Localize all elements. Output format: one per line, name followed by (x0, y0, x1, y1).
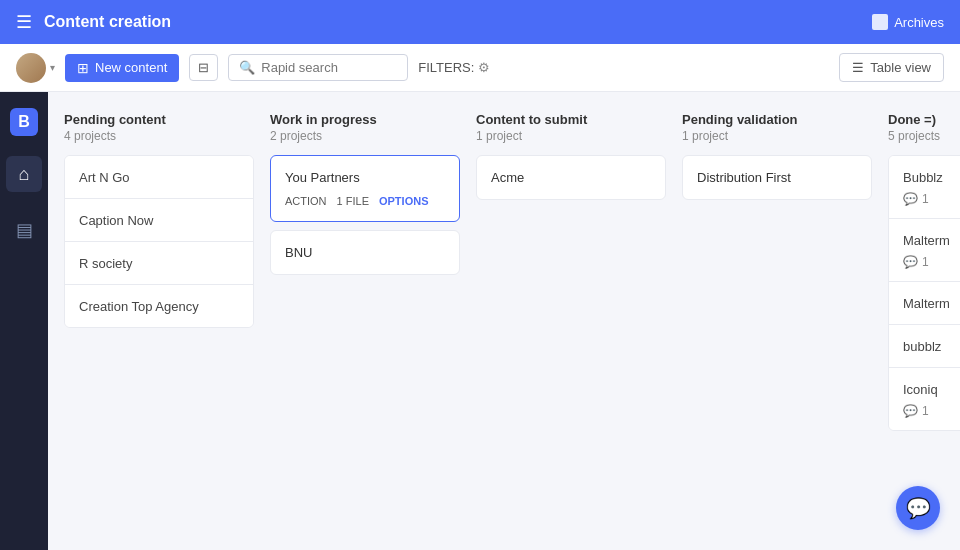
card-title-you-partners: You Partners (285, 170, 445, 185)
card-creation-top-agency[interactable]: Creation Top Agency (65, 285, 253, 327)
column-header-to-submit: Content to submit 1 project (476, 112, 666, 143)
card-malterm2[interactable]: Malterm (889, 282, 960, 325)
new-content-button[interactable]: ⊞ New content (65, 54, 179, 82)
sidebar-logo[interactable]: B (10, 108, 38, 136)
card-you-partners[interactable]: You Partners ACTION 1 FILE OPTIONS (270, 155, 460, 222)
card-title-iconiq: Iconiq (903, 382, 938, 397)
card-action-label[interactable]: ACTION (285, 195, 327, 207)
avatar-chevron-icon[interactable]: ▾ (50, 62, 55, 73)
comment-count-bubblz: 1 (922, 192, 929, 206)
card-options-label[interactable]: OPTIONS (379, 195, 429, 207)
column-count-done: 5 projects (888, 129, 960, 143)
subbar: ▾ ⊞ New content ⊟ 🔍 FILTERS: ⚙ ☰ Table v… (0, 44, 960, 92)
column-title-pending: Pending content (64, 112, 254, 127)
chat-fab-button[interactable]: 💬 (896, 486, 940, 530)
table-view-label: Table view (870, 60, 931, 75)
card-title-bnu: BNU (285, 245, 445, 260)
table-view-button[interactable]: ☰ Table view (839, 53, 944, 82)
main-area: B ⌂ ▤ Pending content 4 projects Art N G… (0, 92, 960, 550)
column-pending: Pending content 4 projects Art N Go Capt… (64, 112, 254, 530)
card-caption-now[interactable]: Caption Now (65, 199, 253, 242)
card-title-distribution-first: Distribution First (697, 170, 857, 185)
card-comment-malterm1: 💬 1 (903, 255, 960, 269)
comment-icon-malterm1: 💬 (903, 255, 918, 269)
column-wip: Work in progress 2 projects You Partners… (270, 112, 460, 530)
view-toggle-button[interactable]: ⊟ (189, 54, 218, 81)
card-title-r-society: R society (79, 256, 132, 271)
card-comment-bubblz: 💬 1 (903, 192, 960, 206)
card-title-creation-top-agency: Creation Top Agency (79, 299, 199, 314)
filters-label: FILTERS: ⚙ (418, 60, 490, 75)
archives-button[interactable]: Archives (872, 14, 944, 30)
sidebar-item-home[interactable]: ⌂ (6, 156, 42, 192)
card-title-malterm2: Malterm (903, 296, 950, 311)
sidebar-item-boards[interactable]: ▤ (6, 212, 42, 248)
comment-count-malterm1: 1 (922, 255, 929, 269)
column-done: Done =) 5 projects Bubblz 💬 1 Malterm 💬 … (888, 112, 960, 530)
chat-fab-icon: 💬 (906, 496, 931, 520)
page-title: Content creation (44, 13, 872, 31)
avatar[interactable] (16, 53, 46, 83)
menu-icon[interactable]: ☰ (16, 11, 32, 33)
comment-icon: 💬 (903, 192, 918, 206)
table-view-icon: ☰ (852, 60, 864, 75)
archives-icon (872, 14, 888, 30)
comment-count-iconiq: 1 (922, 404, 929, 418)
search-icon: 🔍 (239, 60, 255, 75)
pending-list: Art N Go Caption Now R society Creation … (64, 155, 254, 328)
column-count-pending: 4 projects (64, 129, 254, 143)
board-area: Pending content 4 projects Art N Go Capt… (48, 92, 960, 550)
card-footer-you-partners: ACTION 1 FILE OPTIONS (285, 195, 445, 207)
card-comment-iconiq: 💬 1 (903, 404, 960, 418)
card-distribution-first[interactable]: Distribution First (682, 155, 872, 200)
card-title-art-n-go: Art N Go (79, 170, 130, 185)
card-art-n-go[interactable]: Art N Go (65, 156, 253, 199)
card-title-bubblz2: bubblz (903, 339, 941, 354)
column-header-done: Done =) 5 projects (888, 112, 960, 143)
card-malterm1[interactable]: Malterm 💬 1 (889, 219, 960, 282)
filters-text: FILTERS: (418, 60, 474, 75)
card-bubblz2[interactable]: bubblz (889, 325, 960, 368)
filters-icon[interactable]: ⚙ (478, 60, 490, 75)
column-to-submit: Content to submit 1 project Acme (476, 112, 666, 530)
column-title-pending-validation: Pending validation (682, 112, 872, 127)
card-r-society[interactable]: R society (65, 242, 253, 285)
card-bnu[interactable]: BNU (270, 230, 460, 275)
column-count-wip: 2 projects (270, 129, 460, 143)
topbar: ☰ Content creation Archives (0, 0, 960, 44)
column-title-wip: Work in progress (270, 112, 460, 127)
column-pending-validation: Pending validation 1 project Distributio… (682, 112, 872, 530)
column-header-pending: Pending content 4 projects (64, 112, 254, 143)
archives-label: Archives (894, 15, 944, 30)
column-count-pending-validation: 1 project (682, 129, 872, 143)
column-title-to-submit: Content to submit (476, 112, 666, 127)
card-title-bubblz: Bubblz (903, 170, 943, 185)
sidebar: B ⌂ ▤ (0, 92, 48, 550)
card-iconiq[interactable]: Iconiq 💬 1 (889, 368, 960, 430)
card-title-malterm1: Malterm (903, 233, 950, 248)
column-count-to-submit: 1 project (476, 129, 666, 143)
avatar-image (16, 53, 46, 83)
card-title-acme: Acme (491, 170, 651, 185)
done-list: Bubblz 💬 1 Malterm 💬 1 Malterm (888, 155, 960, 431)
card-file-label[interactable]: 1 FILE (337, 195, 369, 207)
card-title-caption-now: Caption Now (79, 213, 153, 228)
column-title-done: Done =) (888, 112, 960, 127)
view-toggle-icon: ⊟ (198, 60, 209, 75)
new-content-icon: ⊞ (77, 60, 89, 76)
new-content-label: New content (95, 60, 167, 75)
comment-icon-iconiq: 💬 (903, 404, 918, 418)
column-header-pending-validation: Pending validation 1 project (682, 112, 872, 143)
search-box: 🔍 (228, 54, 408, 81)
card-acme[interactable]: Acme (476, 155, 666, 200)
column-header-wip: Work in progress 2 projects (270, 112, 460, 143)
card-bubblz[interactable]: Bubblz 💬 1 (889, 156, 960, 219)
search-input[interactable] (261, 60, 397, 75)
